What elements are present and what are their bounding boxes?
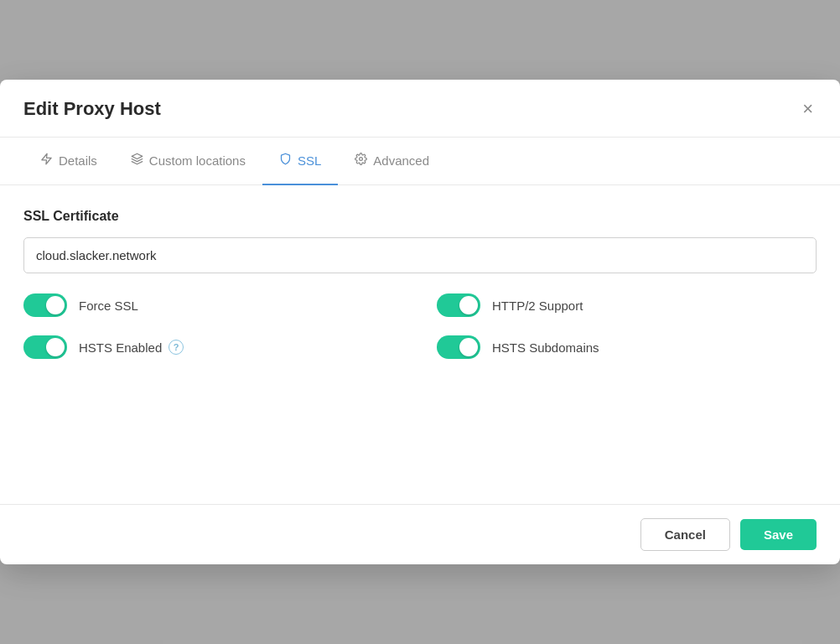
layers-icon bbox=[131, 153, 143, 169]
cancel-button[interactable]: Cancel bbox=[640, 518, 730, 551]
tab-details[interactable]: Details bbox=[23, 138, 114, 185]
modal-overlay: Edit Proxy Host × Details bbox=[0, 0, 840, 644]
tab-ssl-label: SSL bbox=[298, 153, 321, 168]
modal-footer: Cancel Save bbox=[0, 504, 840, 564]
gear-icon bbox=[355, 153, 367, 169]
tab-advanced[interactable]: Advanced bbox=[338, 138, 446, 185]
tab-bar: Details Custom locations bbox=[0, 138, 840, 185]
http2-support-toggle[interactable] bbox=[437, 293, 480, 317]
close-button[interactable]: × bbox=[799, 96, 817, 122]
hsts-subdomains-toggle[interactable] bbox=[437, 335, 480, 359]
hsts-enabled-toggle[interactable] bbox=[23, 335, 67, 359]
force-ssl-toggle[interactable] bbox=[23, 293, 67, 317]
svg-marker-1 bbox=[132, 153, 143, 158]
tab-custom-locations-label: Custom locations bbox=[149, 153, 246, 168]
http2-support-row: HTTP/2 Support bbox=[437, 293, 817, 317]
svg-marker-0 bbox=[42, 153, 51, 164]
tab-advanced-label: Advanced bbox=[373, 153, 429, 168]
tab-custom-locations[interactable]: Custom locations bbox=[114, 138, 262, 185]
hsts-subdomains-row: HSTS Subdomains bbox=[437, 335, 817, 359]
hsts-subdomains-label: HSTS Subdomains bbox=[492, 340, 599, 355]
ssl-section-title: SSL Certificate bbox=[23, 209, 817, 224]
toggles-grid: Force SSL HTTP/2 Support bbox=[23, 293, 817, 359]
hsts-enabled-label: HSTS Enabled ? bbox=[79, 340, 184, 355]
edit-proxy-host-modal: Edit Proxy Host × Details bbox=[0, 80, 840, 564]
lightning-icon bbox=[40, 153, 53, 169]
force-ssl-label: Force SSL bbox=[79, 299, 138, 313]
ssl-certificate-input[interactable] bbox=[23, 237, 817, 273]
shield-icon bbox=[279, 153, 292, 169]
svg-point-2 bbox=[360, 158, 363, 161]
force-ssl-row: Force SSL bbox=[23, 293, 403, 317]
tab-ssl[interactable]: SSL bbox=[262, 138, 338, 185]
http2-support-label: HTTP/2 Support bbox=[492, 299, 583, 313]
hsts-enabled-row: HSTS Enabled ? bbox=[23, 335, 403, 359]
save-button[interactable]: Save bbox=[740, 519, 817, 550]
tab-details-label: Details bbox=[59, 153, 97, 168]
modal-title: Edit Proxy Host bbox=[23, 98, 161, 120]
modal-body: SSL Certificate Force SSL bbox=[0, 185, 840, 504]
hsts-help-icon[interactable]: ? bbox=[169, 340, 184, 355]
modal-header: Edit Proxy Host × bbox=[0, 80, 840, 138]
